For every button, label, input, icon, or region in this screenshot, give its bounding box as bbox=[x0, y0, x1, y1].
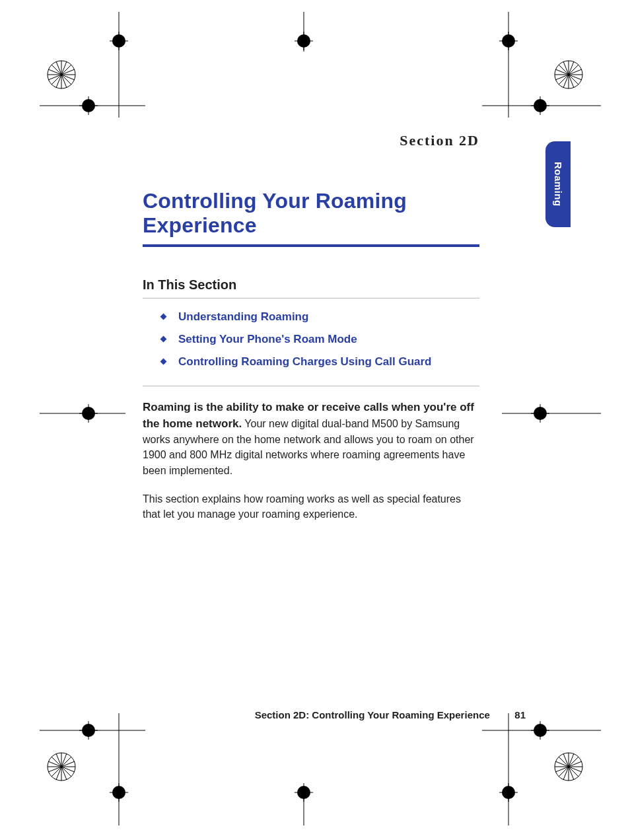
sunburst-ornament-icon bbox=[553, 59, 584, 92]
page-footer: Section 2D: Controlling Your Roaming Exp… bbox=[143, 709, 526, 720]
registration-mark-icon bbox=[295, 32, 313, 50]
svg-point-15 bbox=[116, 38, 122, 44]
toc-item-label: Understanding Roaming bbox=[178, 310, 308, 323]
svg-point-31 bbox=[538, 103, 543, 108]
registration-mark-icon bbox=[79, 721, 98, 740]
svg-point-51 bbox=[116, 790, 122, 795]
registration-mark-icon bbox=[499, 783, 518, 802]
registration-mark-icon bbox=[531, 404, 549, 423]
registration-mark-icon bbox=[79, 404, 98, 423]
page-title: Controlling Your Roaming Experience bbox=[143, 189, 479, 238]
svg-point-23 bbox=[506, 38, 511, 44]
svg-point-59 bbox=[506, 790, 511, 795]
intro-paragraph: Roaming is the ability to make or receiv… bbox=[143, 400, 479, 478]
svg-point-47 bbox=[538, 728, 543, 733]
svg-point-35 bbox=[86, 411, 91, 416]
sunburst-ornament-icon bbox=[46, 752, 77, 785]
section-tab-label: Roaming bbox=[553, 162, 564, 207]
registration-mark-icon bbox=[499, 32, 518, 50]
crop-mark-icon bbox=[502, 713, 515, 825]
registration-mark-icon bbox=[110, 783, 128, 802]
svg-point-55 bbox=[301, 790, 306, 795]
section-label: Section 2D bbox=[143, 132, 479, 149]
svg-point-19 bbox=[301, 38, 306, 44]
divider bbox=[143, 386, 479, 386]
bullet-diamond-icon bbox=[160, 314, 167, 320]
divider bbox=[143, 298, 479, 298]
toc-item: Controlling Roaming Charges Using Call G… bbox=[161, 355, 479, 368]
crop-mark-icon bbox=[502, 12, 515, 118]
crop-mark-icon bbox=[502, 407, 601, 420]
crop-mark-icon bbox=[112, 713, 125, 825]
svg-point-27 bbox=[86, 103, 91, 108]
registration-mark-icon bbox=[531, 721, 549, 740]
bullet-diamond-icon bbox=[160, 359, 167, 365]
svg-point-43 bbox=[86, 728, 91, 733]
title-rule bbox=[143, 244, 479, 247]
bullet-diamond-icon bbox=[160, 336, 167, 343]
toc-item: Setting Your Phone's Roam Mode bbox=[161, 333, 479, 346]
registration-mark-icon bbox=[79, 96, 98, 115]
crop-mark-icon bbox=[112, 12, 125, 118]
toc-item: Understanding Roaming bbox=[161, 310, 479, 324]
in-this-section-heading: In This Section bbox=[143, 277, 479, 293]
sunburst-ornament-icon bbox=[46, 59, 77, 92]
page-content: Section 2D Controlling Your Roaming Expe… bbox=[143, 132, 479, 532]
section-tab: Roaming bbox=[545, 141, 571, 227]
sunburst-ornament-icon bbox=[553, 752, 584, 785]
footer-section-title: Section 2D: Controlling Your Roaming Exp… bbox=[255, 709, 490, 720]
toc-item-label: Controlling Roaming Charges Using Call G… bbox=[178, 355, 431, 368]
svg-point-39 bbox=[538, 411, 543, 416]
registration-mark-icon bbox=[110, 32, 128, 50]
intro-paragraph-2: This section explains how roaming works … bbox=[143, 491, 479, 522]
toc-item-label: Setting Your Phone's Roam Mode bbox=[178, 333, 357, 345]
registration-mark-icon bbox=[295, 783, 313, 802]
page-number: 81 bbox=[493, 709, 526, 720]
section-toc: Understanding Roaming Setting Your Phone… bbox=[161, 310, 479, 368]
registration-mark-icon bbox=[531, 96, 549, 115]
